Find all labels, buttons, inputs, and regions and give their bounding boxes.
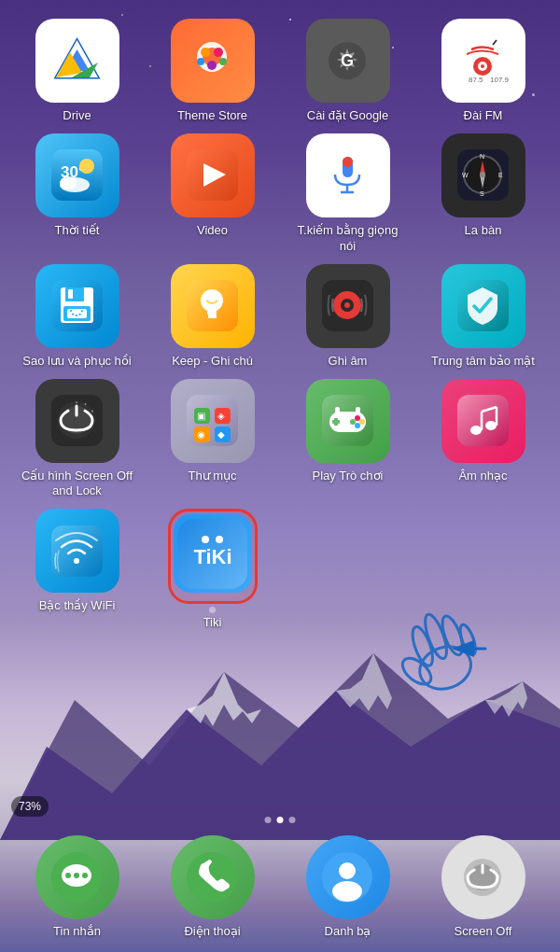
svg-point-112 bbox=[74, 873, 79, 878]
tiki-label: Tiki bbox=[203, 615, 222, 631]
games-label: Play Trò chơi bbox=[313, 469, 384, 484]
gesture-overlay bbox=[383, 588, 504, 709]
google-settings-icon: G bbox=[306, 19, 390, 103]
app-grid: Drive Theme Store bbox=[0, 19, 560, 640]
battery-level: 73% bbox=[11, 796, 49, 817]
screen-off-label: Screen Off bbox=[455, 924, 512, 938]
svg-line-69 bbox=[85, 403, 86, 405]
contacts-label: Danh bạ bbox=[325, 924, 371, 938]
svg-point-100 bbox=[202, 536, 209, 543]
svg-point-44 bbox=[480, 172, 485, 177]
video-icon bbox=[171, 133, 255, 217]
svg-point-97 bbox=[74, 558, 79, 564]
security-icon bbox=[441, 264, 525, 348]
svg-point-29 bbox=[79, 159, 94, 174]
svg-rect-59 bbox=[208, 315, 217, 318]
app-google-settings[interactable]: G Cài đặt Google bbox=[287, 19, 409, 124]
app-wifi[interactable]: Bậc thầy WiFi bbox=[17, 509, 138, 631]
svg-text:▣: ▣ bbox=[197, 411, 205, 421]
svg-text:87.5: 87.5 bbox=[469, 76, 483, 84]
dai-fm-icon: 87.5 107.9 bbox=[441, 19, 525, 103]
svg-point-118 bbox=[332, 881, 362, 902]
google-settings-label: Cài đặt Google bbox=[307, 108, 389, 124]
folder-label: Thư mục bbox=[188, 469, 236, 484]
svg-point-12 bbox=[201, 48, 210, 57]
app-drive[interactable]: Drive bbox=[17, 19, 138, 124]
voice-search-label: T.kiếm bằng giọng nói bbox=[292, 223, 404, 255]
dock-contacts[interactable]: Danh bạ bbox=[306, 835, 390, 938]
app-dai-fm[interactable]: 87.5 107.9 Đài FM bbox=[423, 19, 544, 124]
app-keep[interactable]: Keep - Ghi chú bbox=[152, 264, 273, 370]
keep-icon bbox=[171, 264, 255, 348]
music-icon bbox=[441, 379, 525, 463]
compass-label: La bàn bbox=[465, 223, 502, 239]
svg-point-107 bbox=[398, 653, 435, 689]
app-security[interactable]: Trung tâm bảo mật bbox=[423, 264, 544, 370]
svg-text:W: W bbox=[462, 172, 469, 178]
phone-dock-icon bbox=[171, 835, 255, 919]
app-folder[interactable]: ▣ ◈ ◉ ◆ Thư mục bbox=[152, 379, 273, 500]
app-tiki[interactable]: TiKi Tiki bbox=[152, 509, 273, 631]
dock: Tin nhắn Điện thoại Danh bạ bbox=[0, 831, 560, 952]
app-weather[interactable]: 30° Thời tiết bbox=[17, 133, 138, 255]
svg-point-87 bbox=[350, 419, 356, 425]
recorder-icon bbox=[306, 264, 390, 348]
games-icon bbox=[306, 379, 390, 463]
app-music[interactable]: Âm nhạc bbox=[423, 379, 544, 500]
app-row-3: Sao lưu và phục hồi Keep - Ghi chú bbox=[9, 264, 551, 370]
svg-rect-88 bbox=[335, 407, 340, 414]
svg-point-23 bbox=[481, 64, 484, 68]
messages-dock-icon bbox=[35, 835, 119, 919]
svg-point-16 bbox=[219, 58, 227, 65]
svg-point-85 bbox=[359, 419, 365, 425]
app-screen-off-cfg[interactable]: Cấu hình Screen Off and Lock bbox=[17, 379, 138, 500]
page-dot-3 bbox=[289, 817, 296, 823]
svg-point-15 bbox=[197, 58, 204, 65]
dock-screen-off[interactable]: Screen Off bbox=[441, 835, 525, 938]
svg-text:◉: ◉ bbox=[197, 429, 205, 440]
security-label: Trung tâm bảo mật bbox=[431, 354, 535, 370]
svg-rect-89 bbox=[356, 407, 360, 414]
app-games[interactable]: Play Trò chơi bbox=[287, 379, 409, 500]
app-compass[interactable]: N S E W La bàn bbox=[423, 133, 544, 255]
page-dots bbox=[265, 817, 296, 823]
svg-text:N: N bbox=[480, 153, 484, 160]
svg-point-31 bbox=[60, 176, 77, 189]
app-recorder[interactable]: Ghi âm bbox=[287, 264, 409, 370]
app-backup[interactable]: Sao lưu và phục hồi bbox=[17, 264, 138, 370]
theme-store-label: Theme Store bbox=[177, 108, 247, 124]
svg-point-111 bbox=[65, 873, 71, 878]
screen-off-cfg-icon bbox=[35, 379, 119, 463]
svg-rect-83 bbox=[332, 420, 340, 424]
video-label: Video bbox=[197, 223, 228, 239]
weather-icon: 30° bbox=[35, 133, 119, 217]
svg-text:◆: ◆ bbox=[217, 429, 225, 440]
app-theme-store[interactable]: Theme Store bbox=[152, 19, 273, 124]
svg-text:◈: ◈ bbox=[217, 411, 225, 421]
dai-fm-label: Đài FM bbox=[464, 108, 503, 124]
svg-point-57 bbox=[201, 289, 223, 312]
app-voice-search[interactable]: T.kiếm bằng giọng nói bbox=[287, 133, 409, 255]
svg-point-117 bbox=[339, 862, 356, 879]
drive-label: Drive bbox=[63, 108, 91, 124]
svg-point-14 bbox=[207, 61, 217, 70]
wifi-label: Bậc thầy WiFi bbox=[39, 598, 116, 614]
app-row-4: Cấu hình Screen Off and Lock ▣ ◈ ◉ ◆ bbox=[9, 379, 551, 500]
svg-text:107.9: 107.9 bbox=[490, 76, 509, 84]
svg-rect-36 bbox=[343, 157, 353, 167]
app-video[interactable]: Video bbox=[152, 133, 273, 255]
app-row-1: Drive Theme Store bbox=[9, 19, 551, 124]
contacts-dock-icon bbox=[306, 835, 390, 919]
svg-text:S: S bbox=[480, 190, 484, 197]
dock-phone[interactable]: Điện thoại bbox=[171, 835, 255, 938]
svg-text:E: E bbox=[498, 172, 503, 178]
svg-point-91 bbox=[470, 426, 482, 435]
screen-off-cfg-label: Cấu hình Screen Off and Lock bbox=[21, 469, 133, 500]
folder-icon: ▣ ◈ ◉ ◆ bbox=[171, 379, 255, 463]
svg-point-86 bbox=[355, 423, 360, 428]
dock-messages[interactable]: Tin nhắn bbox=[35, 835, 119, 938]
svg-rect-58 bbox=[207, 311, 217, 315]
messages-label: Tin nhắn bbox=[53, 924, 101, 938]
voice-search-icon bbox=[306, 133, 390, 217]
wifi-master-icon bbox=[35, 509, 119, 593]
